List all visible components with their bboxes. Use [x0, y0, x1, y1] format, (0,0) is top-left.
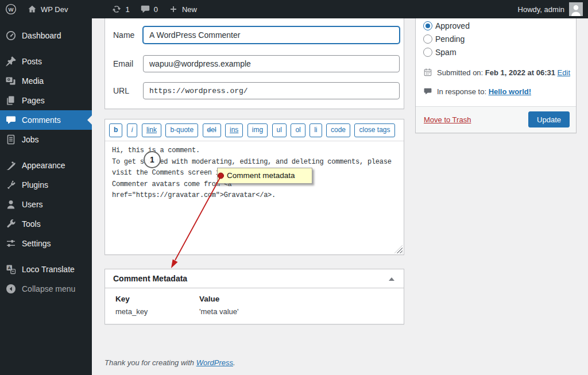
sidebar-item-plugins[interactable]: Plugins — [0, 175, 92, 195]
sidebar-item-label: Posts — [22, 57, 42, 66]
my-account-menu[interactable]: Howdy, admin — [513, 0, 588, 18]
meta-value-header: Value — [199, 295, 219, 303]
meta-key-header: Key — [115, 295, 130, 303]
comment-editor-box: b i link b-quote del ins img ul ol li co… — [105, 119, 404, 255]
quicktags-toolbar: b i link b-quote del ins img ul ol li co… — [105, 119, 404, 141]
radio-spam[interactable] — [423, 48, 432, 57]
radio-approved[interactable] — [423, 21, 432, 30]
ol-button[interactable]: ol — [291, 123, 305, 137]
translate-icon: A — [5, 264, 17, 275]
sidebar-item-comments[interactable]: Comments — [0, 110, 92, 130]
move-to-trash-link[interactable]: Move to Trash — [424, 107, 471, 133]
sidebar-item-posts[interactable]: Posts — [0, 52, 92, 71]
update-icon — [111, 4, 122, 14]
del-button[interactable]: del — [203, 123, 221, 137]
sidebar-item-label: Plugins — [22, 180, 48, 190]
sidebar-item-users[interactable]: Users — [0, 195, 92, 214]
sidebar-item-collapse-menu[interactable]: Collapse menu — [0, 279, 92, 299]
status-option-spam[interactable]: Spam — [423, 48, 457, 57]
comments-menu[interactable]: 0 — [135, 0, 163, 18]
home-icon — [27, 4, 37, 14]
credit-prefix: Thank you for creating with — [105, 358, 196, 367]
sidebar-item-label: Settings — [22, 239, 51, 248]
comment-bubble-icon — [423, 87, 432, 96]
update-count: 1 — [125, 5, 129, 14]
sidebar-item-label: Tools — [22, 219, 41, 229]
name-input[interactable] — [143, 26, 400, 44]
radio-pending[interactable] — [423, 34, 432, 44]
sidebar-item-media[interactable]: Media — [0, 71, 92, 91]
status-option-pending[interactable]: Pending — [423, 34, 465, 44]
submitted-label: Submitted on: — [437, 68, 483, 77]
email-label: Email — [113, 55, 133, 72]
calendar-icon — [423, 68, 432, 77]
pushpin-icon — [5, 56, 17, 67]
li-button[interactable]: li — [310, 123, 322, 137]
sidebar-item-label: Users — [22, 200, 43, 209]
credit-suffix: . — [233, 358, 235, 367]
radio-spam-label: Spam — [435, 48, 457, 57]
sidebar-item-label: Loco Translate — [22, 265, 75, 274]
url-input[interactable] — [143, 82, 400, 99]
link-button[interactable]: link — [142, 123, 161, 137]
comment-bubble-icon — [5, 114, 17, 126]
sidebar-item-dashboard[interactable]: Dashboard — [0, 26, 92, 45]
pages-icon — [5, 95, 17, 106]
wordpress-logo-menu[interactable]: W — [0, 0, 22, 18]
close-tags-button[interactable]: close tags — [354, 123, 394, 137]
radio-pending-label: Pending — [435, 34, 465, 44]
status-option-approved[interactable]: Approved — [423, 21, 470, 30]
dashboard-icon — [5, 30, 17, 41]
sidebar-item-tools[interactable]: Tools — [0, 214, 92, 234]
collapse-toggle-icon[interactable] — [389, 277, 394, 281]
sidebar-item-settings[interactable]: Settings — [0, 234, 92, 253]
edit-date-link[interactable]: Edit — [558, 68, 570, 77]
avatar — [569, 2, 583, 16]
plus-icon — [168, 4, 179, 14]
response-post-link[interactable]: Hello world! — [489, 87, 531, 96]
metadata-panel-header[interactable]: Comment Metadata — [105, 269, 404, 288]
site-name: WP Dev — [41, 5, 68, 14]
paintbrush-icon — [5, 160, 17, 171]
sidebar-item-appearance[interactable]: Appearance — [0, 156, 92, 175]
meta-key-cell: meta_key — [115, 307, 148, 316]
update-button[interactable]: Update — [528, 111, 570, 127]
updates-menu[interactable]: 1 — [106, 0, 134, 18]
comment-status-panel: Approved Pending Spam Submitted on: Feb … — [415, 18, 577, 133]
ul-button[interactable]: ul — [272, 123, 287, 137]
admin-bar: W WP Dev 1 0 New Howdy, admin — [0, 0, 588, 18]
img-button[interactable]: img — [247, 123, 268, 137]
meta-value-cell: 'meta value' — [199, 307, 239, 316]
wordpress-link[interactable]: WordPress — [196, 358, 233, 367]
blockquote-button[interactable]: b-quote — [165, 123, 198, 137]
name-label: Name — [113, 26, 134, 44]
sidebar-item-pages[interactable]: Pages — [0, 91, 92, 110]
sidebar-item-jobs[interactable]: Jobs — [0, 130, 92, 149]
sidebar-item-loco-translate[interactable]: A Loco Translate — [0, 260, 92, 279]
status-panel-footer: Move to Trash Update — [416, 106, 576, 133]
ins-button[interactable]: ins — [225, 123, 243, 137]
media-icon — [5, 75, 17, 87]
user-icon — [5, 199, 17, 210]
metadata-panel-title: Comment Metadata — [113, 269, 187, 288]
svg-text:W: W — [9, 6, 14, 13]
bold-button[interactable]: b — [109, 123, 122, 137]
wordpress-logo-icon: W — [5, 3, 17, 15]
wrench-icon — [5, 218, 17, 230]
sidebar-item-label: Media — [22, 76, 44, 86]
comment-bubble-icon — [140, 4, 150, 14]
radio-approved-label: Approved — [435, 21, 470, 30]
annotation-step-circle: 1 — [144, 151, 161, 168]
sidebar-item-label: Comments — [22, 115, 61, 125]
italic-button[interactable]: i — [127, 123, 138, 137]
response-label: In response to: — [437, 87, 486, 96]
comment-count: 0 — [154, 5, 158, 14]
in-response-row: In response to: Hello world! — [423, 87, 531, 96]
email-input[interactable] — [143, 55, 400, 72]
sidebar-item-label: Pages — [22, 96, 45, 105]
new-content-menu[interactable]: New — [163, 0, 202, 18]
site-name-menu[interactable]: WP Dev — [22, 0, 73, 18]
annotation-tooltip: Comment metadata — [217, 168, 312, 184]
sidebar-item-label: Dashboard — [22, 31, 61, 40]
code-button[interactable]: code — [326, 123, 350, 137]
